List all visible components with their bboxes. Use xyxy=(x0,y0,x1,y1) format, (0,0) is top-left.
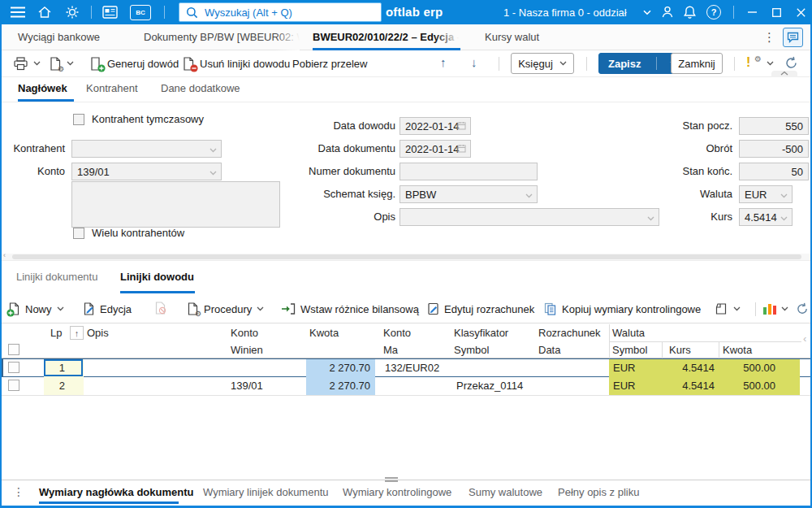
horizontal-scrollbar[interactable]: ‹ xyxy=(2,254,810,260)
tab-wymiary-linijek[interactable]: Wymiary linijek dokumentu xyxy=(203,480,329,506)
row-checkbox[interactable] xyxy=(8,380,19,391)
cell-kurs[interactable]: 4.5414 xyxy=(662,359,715,377)
edit-line-button[interactable]: Edycja xyxy=(83,295,132,323)
delete-line-icon[interactable] xyxy=(154,302,166,315)
wielu-kontrahentow-checkbox[interactable]: Wielu kontrahentów xyxy=(73,227,184,239)
tab-dane-dodatkowe[interactable]: Dane dodatkowe xyxy=(161,77,240,102)
insert-balance-diff-button[interactable]: Wstaw różnice bilansową xyxy=(281,295,419,323)
layout-button[interactable] xyxy=(715,295,741,323)
kontrahent-tymczasowy-checkbox[interactable]: Kontrahent tymczasowy xyxy=(73,113,204,125)
company-selector[interactable]: 1 - Nasza firma 0 - oddział xyxy=(503,0,651,24)
home-icon[interactable] xyxy=(37,5,52,20)
konto-select[interactable]: 139/01 xyxy=(71,163,222,180)
schemat-select[interactable]: BPBW xyxy=(400,185,538,203)
stan-pocz-field[interactable]: 550 xyxy=(739,117,809,135)
col-klasyfikator[interactable]: Klasyfikator xyxy=(454,327,508,339)
menu-icon[interactable] xyxy=(10,6,26,19)
cell-waluta-kwota[interactable]: 500.00 xyxy=(719,359,775,377)
obrot-field[interactable]: -500 xyxy=(739,140,809,158)
cell-klasyfikator[interactable] xyxy=(456,359,562,377)
data-dokumentu-field[interactable]: 2022-01-14 xyxy=(400,140,471,158)
close-button[interactable] xyxy=(789,0,812,24)
procedures-button[interactable]: ⚙ Procedury xyxy=(187,295,264,323)
tab-naglowek[interactable]: Nagłówek xyxy=(18,77,67,102)
more-icon[interactable]: ⋮ xyxy=(763,30,775,45)
cell-konto-winien[interactable] xyxy=(231,359,304,377)
tab-kontrahent[interactable]: Kontrahent xyxy=(86,77,138,102)
data-dowodu-field[interactable]: 2022-01-14 xyxy=(400,117,471,135)
tab-sumy-walutowe[interactable]: Sumy walutowe xyxy=(469,480,542,506)
cell-konto-ma[interactable]: 132/EUR02 xyxy=(385,359,453,377)
table-row[interactable]: 1 2 270.70 132/EUR02 EUR 4.5414 500.00 xyxy=(2,358,810,377)
numer-dokumentu-field[interactable] xyxy=(400,163,538,180)
header-scroll-left-icon[interactable]: ‹ xyxy=(803,332,806,345)
new-line-button[interactable]: Nowy xyxy=(8,295,64,323)
move-up-icon[interactable]: ↑ xyxy=(440,55,447,69)
document-settings-button[interactable]: ⚙ xyxy=(49,50,74,76)
stan-konc-field[interactable]: 50 xyxy=(739,163,809,180)
cell-kwota[interactable]: 2 270.70 xyxy=(306,377,375,395)
cell-waluta-symbol[interactable]: EUR xyxy=(613,377,658,395)
cell-opis[interactable] xyxy=(87,359,223,377)
col-konto-ma[interactable]: Konto xyxy=(383,327,411,339)
cell-waluta-symbol[interactable]: EUR xyxy=(613,359,658,377)
tab-linijki-dokumentu[interactable]: Linijki dokumentu xyxy=(16,261,97,293)
scroll-left-icon[interactable]: ‹ xyxy=(3,251,6,259)
row-checkbox[interactable] xyxy=(8,362,19,373)
edit-settlement-button[interactable]: Edytuj rozrachunek xyxy=(427,295,534,323)
waluta-select[interactable]: EUR xyxy=(739,185,793,203)
cell-waluta-kwota[interactable]: 500.00 xyxy=(719,377,775,395)
tab-kursy-walut[interactable]: Kursy walut xyxy=(485,24,539,50)
lightbulb-icon[interactable] xyxy=(65,5,80,20)
delete-lines-button[interactable]: Usuń linijki dowodu xyxy=(182,50,290,76)
sort-asc-icon[interactable]: ↑ xyxy=(70,326,84,340)
bell-icon[interactable] xyxy=(683,5,697,20)
col-kurs[interactable]: Kurs xyxy=(669,344,691,356)
chart-button[interactable] xyxy=(763,295,788,323)
zamknij-button[interactable]: Zamknij xyxy=(671,53,723,74)
scrollbar-thumb[interactable] xyxy=(12,254,801,259)
col-konto-winien[interactable]: Konto xyxy=(231,327,258,339)
col-opis[interactable]: Opis xyxy=(87,327,109,339)
tab-linijki-dowodu[interactable]: Linijki dowodu xyxy=(120,261,194,293)
cell-konto-winien[interactable]: 139/01 xyxy=(231,377,304,395)
opis-select[interactable] xyxy=(400,208,659,226)
search-input[interactable] xyxy=(203,6,381,20)
move-down-icon[interactable]: ↓ xyxy=(471,55,477,69)
col-lp[interactable]: Lp xyxy=(50,327,62,339)
cell-opis[interactable] xyxy=(87,377,223,395)
generate-document-button[interactable]: Generuj dowód xyxy=(89,50,179,76)
cell-kwota[interactable]: 2 270.70 xyxy=(306,359,375,377)
print-button[interactable] xyxy=(13,50,41,76)
news-icon[interactable] xyxy=(102,6,118,19)
search-box[interactable] xyxy=(179,2,382,22)
tab-wymiary-kontrolingowe[interactable]: Wymiary kontrolingowe xyxy=(343,480,451,506)
warnings-settings-button[interactable]: ! ⚙ xyxy=(745,50,774,76)
tab-pelny-opis[interactable]: Pełny opis z pliku xyxy=(558,480,639,506)
comment-button[interactable] xyxy=(783,28,803,47)
copy-dimensions-button[interactable]: Kopiuj wymiary kontrolingowe xyxy=(544,295,701,323)
col-waluta-kwota[interactable]: Kwota xyxy=(723,344,752,356)
minimize-button[interactable] xyxy=(741,0,763,24)
refresh-icon[interactable] xyxy=(784,56,798,70)
maximize-button[interactable] xyxy=(765,0,788,24)
tab-wyciagi-bankowe[interactable]: Wyciągi bankowe xyxy=(18,24,100,50)
col-rozrachunek[interactable]: Rozrachunek xyxy=(538,327,601,339)
tab-bweur02-edycja[interactable]: BWEUR02/010/22/2 – Edycja – Dokum xyxy=(313,24,459,50)
col-waluta[interactable]: Waluta xyxy=(612,327,645,339)
bc-icon[interactable]: BC xyxy=(130,5,151,20)
tab-dokumenty-bpbw[interactable]: Dokumenty BP/BW [WBEUR02: Wyciąg xyxy=(144,24,300,50)
cell-klasyfikator[interactable]: Przekaz_0114 xyxy=(456,377,562,395)
more-icon[interactable]: ⋮ xyxy=(13,485,24,498)
col-kwota[interactable]: Kwota xyxy=(309,327,339,339)
user-icon[interactable] xyxy=(660,5,675,20)
cell-konto-ma[interactable] xyxy=(385,377,453,395)
download-transfer-button[interactable]: Pobierz przelew xyxy=(292,50,368,76)
cell-lp[interactable]: 2 xyxy=(44,377,65,395)
ksieguj-button[interactable]: Księguj xyxy=(511,53,574,74)
help-icon[interactable]: ? xyxy=(706,5,721,20)
kontrahent-select[interactable] xyxy=(71,140,222,158)
select-all-checkbox[interactable] xyxy=(8,344,19,355)
table-row[interactable]: 2 139/01 2 270.70 Przekaz_0114 EUR 4.541… xyxy=(2,377,810,396)
kurs-select[interactable]: 4.5414 xyxy=(739,208,793,226)
